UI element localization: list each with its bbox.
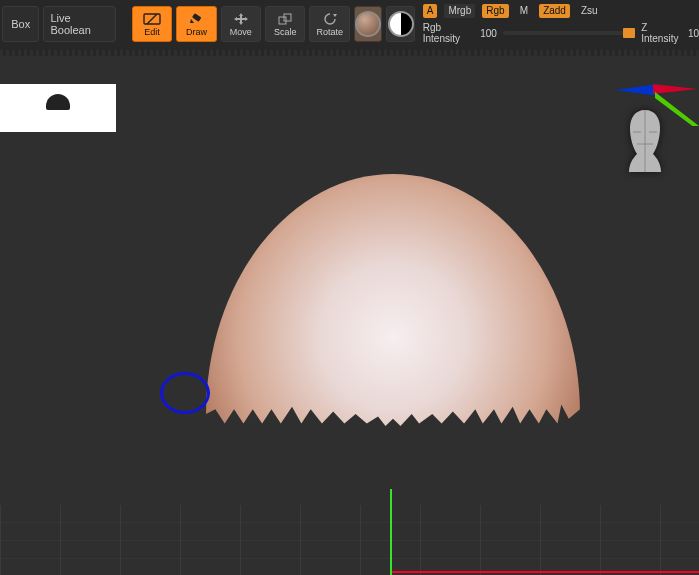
- svg-marker-2: [190, 19, 194, 23]
- rgb-intensity-label: Rgb Intensity: [423, 22, 474, 44]
- scale-label: Scale: [274, 27, 297, 37]
- axis-y: [390, 489, 392, 575]
- draw-button[interactable]: Draw: [176, 6, 216, 42]
- rotate-icon: [320, 12, 340, 26]
- draw-icon: [186, 12, 206, 26]
- draw-label: Draw: [186, 27, 207, 37]
- svg-rect-3: [192, 13, 201, 22]
- edit-icon: [142, 12, 162, 26]
- subtool-thumbnail[interactable]: [0, 84, 116, 132]
- svg-marker-6: [333, 14, 337, 17]
- rgb-intensity-slider[interactable]: [503, 31, 635, 35]
- rotate-label: Rotate: [316, 27, 343, 37]
- move-button[interactable]: Move: [221, 6, 261, 42]
- chip-zadd[interactable]: Zadd: [539, 4, 570, 18]
- viewport[interactable]: [0, 56, 699, 575]
- orientation-gizmo[interactable]: [605, 78, 695, 188]
- axis-arrow-blue-icon: [615, 84, 659, 96]
- orientation-head-icon: [623, 108, 667, 174]
- chip-a[interactable]: A: [423, 4, 438, 18]
- axis-x: [392, 571, 699, 573]
- bw-sphere-icon: [388, 11, 414, 37]
- rotate-button[interactable]: Rotate: [309, 6, 350, 42]
- move-label: Move: [230, 27, 252, 37]
- scale-button[interactable]: Scale: [265, 6, 305, 42]
- top-toolbar: Box Live Boolean Edit Draw Move Scale Ro…: [0, 0, 699, 50]
- thumbnail-silhouette-icon: [46, 94, 70, 110]
- box-button[interactable]: Box: [2, 6, 39, 42]
- axis-arrow-red-icon: [653, 84, 697, 94]
- chip-rgb[interactable]: Rgb: [482, 4, 508, 18]
- chip-zsu[interactable]: Zsu: [577, 4, 602, 18]
- rgb-intensity-value: 100: [480, 28, 497, 39]
- material-sphere-icon: [355, 11, 381, 37]
- z-intensity-label: Z Intensity: [641, 22, 682, 44]
- brush-cursor: [160, 372, 210, 414]
- live-boolean-button[interactable]: Live Boolean: [43, 6, 116, 42]
- paint-controls: A Mrgb Rgb M Zadd Zsu Rgb Intensity 100 …: [423, 4, 699, 44]
- edit-label: Edit: [144, 27, 160, 37]
- material-slot[interactable]: [354, 6, 382, 42]
- move-icon: [231, 12, 251, 26]
- scale-icon: [275, 12, 295, 26]
- chip-mrgb[interactable]: Mrgb: [444, 4, 475, 18]
- floor-grid: [0, 489, 699, 575]
- chip-m[interactable]: M: [516, 4, 532, 18]
- svg-line-1: [147, 14, 157, 24]
- edit-button[interactable]: Edit: [132, 6, 172, 42]
- material-variant-slot[interactable]: [386, 6, 414, 42]
- slider-handle-icon: [623, 28, 635, 38]
- sculpt-mesh[interactable]: [206, 174, 580, 436]
- z-intensity-value: 10: [688, 28, 699, 39]
- grid-lines: [0, 505, 699, 575]
